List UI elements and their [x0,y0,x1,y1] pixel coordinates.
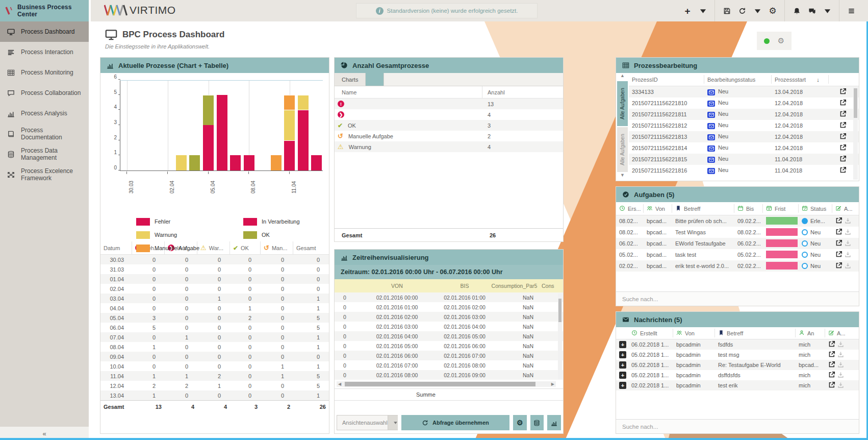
message-row[interactable]: + 05.02.2018 1...bpcadmindsffdsfdsmich [616,370,859,380]
download-button[interactable] [837,351,844,359]
expand-plus-icon[interactable]: + [619,372,626,379]
table-row[interactable]: 03.04001001 [100,294,329,303]
vertical-scrollbar[interactable] [853,87,858,180]
data-button[interactable] [530,415,544,430]
column-header[interactable]: Von [644,204,672,213]
save-icon[interactable] [721,4,733,17]
open-task-button[interactable] [835,228,843,236]
column-header[interactable]: Datum [100,241,132,254]
column-header-prozessstart[interactable]: Prozessstart↓ [772,75,829,84]
open-message-button[interactable] [828,340,835,349]
download-button[interactable] [845,240,851,248]
process-row[interactable]: 201507211156221815 Neu 11.04.2018 [629,154,859,165]
expand-plus-icon[interactable]: + [619,382,626,389]
sidebar-item-process-dashboard[interactable]: Process Dashboard [0,21,89,42]
sidebar-item-process-documentation[interactable]: Process Documentation [0,124,89,144]
column-header[interactable]: A... [825,329,859,337]
open-task-button[interactable] [835,251,843,259]
table-row[interactable]: ❯ 4 [335,109,563,120]
process-row[interactable]: 201507211156221816 Neu 11.04.2018 [629,165,859,176]
column-header[interactable]: An [796,329,825,337]
table-row[interactable]: 31.03000000 [100,264,329,274]
table-row[interactable]: ! 13 [335,99,563,109]
view-select[interactable]: Ansichtenauswahl [337,415,398,430]
column-header[interactable]: Betreff [672,204,734,213]
download-button[interactable] [837,372,844,379]
table-row[interactable]: 002.01.2016 06:0002.01.2016 07:00NaN [335,351,563,360]
process-row[interactable]: 3334133 Neu 13.04.2018 [629,86,859,97]
table-row[interactable]: 04.04000101 [100,303,329,313]
table-row[interactable]: 002.01.2016 02:0002.01.2016 03:00NaN [335,312,563,322]
table-row[interactable]: 06.04500005 [100,323,329,332]
open-task-button[interactable] [835,217,843,225]
caret-down-icon[interactable] [821,4,833,17]
table-row[interactable]: 002.01.2016 08:0002.01.2016 09:00NaN [335,370,563,380]
chat-bubble-icon[interactable] [806,4,818,17]
task-row[interactable]: 06.02...bpcad...EWorld Testaufgabe06.02.… [616,238,859,249]
process-row[interactable]: 201507211156221811 Neu 12.04.2018 [629,109,859,120]
task-row[interactable]: 02.02...bpcad...erik test e-world 2.0...… [616,260,859,272]
column-header-prozessid[interactable]: ProzessID [629,75,704,84]
process-row[interactable]: 201507211156221814 Neu 12.04.2018 [629,142,859,154]
table-row[interactable]: 13.04100001 [100,390,329,400]
open-message-button[interactable] [828,361,835,369]
table-row[interactable]: 02.04000000 [100,284,329,294]
task-row[interactable]: 08.02...bpcad...Test Wingas08.02.2... Ne… [616,227,859,238]
message-row[interactable]: + 05.02.2018 1...bpcadmintest msgmich [616,350,859,360]
download-button[interactable] [845,217,851,225]
download-button[interactable] [845,251,851,259]
expand-plus-icon[interactable]: + [619,351,626,358]
tasks-search-input[interactable] [616,292,859,306]
download-button[interactable] [845,229,851,236]
column-header[interactable]: Status [799,204,832,213]
column-header[interactable]: Ers... [616,204,644,213]
table-row[interactable]: 002.01.2016 04:0002.01.2016 05:00NaN [335,331,563,341]
open-message-button[interactable] [828,351,835,359]
message-row[interactable]: + 05.02.2018 1...bpcadminRe: Testaufgabe… [616,360,859,370]
gear-icon[interactable]: ⚙ [767,4,779,17]
open-process-button[interactable] [839,101,847,107]
menu-icon[interactable] [845,4,857,17]
bell-icon[interactable] [790,4,803,17]
table-row[interactable]: 09.04000000 [100,352,329,361]
apply-query-button[interactable]: Abfrage übernehmen [401,415,509,430]
side-tab-alle-aufgaben[interactable]: Alle Aufgaben [617,81,628,126]
column-header-status[interactable]: Bearbeitungsstatus [704,75,772,84]
table-row[interactable]: ↺Manuelle Aufgabe 2 [335,131,563,141]
chevron-down-icon[interactable]: ▼ [620,173,625,180]
column-header[interactable]: Erstellt [628,329,673,337]
caret-down-icon[interactable] [751,4,763,17]
tab-active[interactable] [366,73,384,86]
table-row[interactable]: 002.01.2016 07:0002.01.2016 08:00NaN [335,360,563,370]
column-header[interactable]: Name [335,86,482,98]
table-row[interactable]: 08.04100001 [100,342,329,352]
chart-button[interactable] [547,415,561,430]
open-process-button[interactable] [839,90,847,96]
process-row[interactable]: 201507211156221812 Neu 12.04.2018 [629,120,859,131]
gear-icon[interactable]: ⚙ [778,36,784,45]
column-header[interactable]: Frist [763,204,799,213]
process-row[interactable]: 201507211156221813 Neu 12.04.2018 [629,131,859,142]
caret-down-icon[interactable] [697,4,709,17]
message-row[interactable]: + 02.02.2018 1...bpcadmintest erikmich [616,380,859,390]
expand-plus-icon[interactable]: + [619,361,626,369]
column-header[interactable]: VON [355,279,439,292]
column-header[interactable]: Betreff [715,329,796,337]
sidebar-item-process-collaboration[interactable]: Process Collaboration [0,83,89,103]
open-task-button[interactable] [835,239,843,248]
table-row[interactable]: 002.01.2016 03:0002.01.2016 04:00NaN [335,322,563,331]
open-task-button[interactable] [835,262,843,270]
side-tab-alle-aufgaben-2[interactable]: Alle Aufgaben [617,127,628,172]
table-row[interactable]: 12.04221005 [100,381,329,390]
table-row[interactable]: ✔OK 3 [335,120,563,131]
sidebar-item-process-monitoring[interactable]: Process Monitoring [0,62,89,83]
scrollbar-thumb[interactable] [854,88,857,118]
table-row[interactable]: 30.03000000 [100,255,329,264]
open-message-button[interactable] [828,371,835,379]
open-process-button[interactable] [839,124,847,130]
task-row[interactable]: 05.02...bpcad...task test05.02.2... Neu [616,249,859,260]
sidebar-item-process-excelence-framework[interactable]: Process Excelence Framework [0,164,89,185]
open-process-button[interactable] [839,168,847,175]
settings-button[interactable]: ⚙ [513,415,527,430]
plus-icon[interactable]: + [681,4,694,17]
